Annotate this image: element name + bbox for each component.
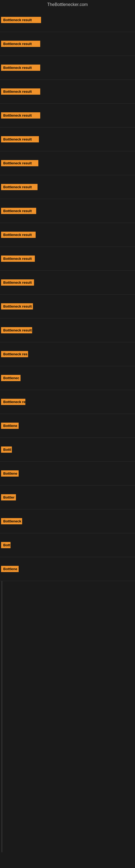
bottleneck-bar-2: Bottleneck result: [1, 41, 40, 47]
bar-row-3: Bottleneck result: [0, 56, 135, 80]
bottleneck-bar-3: Bottleneck result: [1, 65, 40, 71]
page-container: TheBottlenecker.com Bottleneck resultBot…: [0, 0, 135, 868]
bar-row-12: Bottleneck result: [0, 271, 135, 294]
bottleneck-bar-7: Bottleneck result: [1, 160, 38, 166]
bottleneck-bar-15: Bottleneck res: [1, 351, 28, 357]
bottleneck-bar-5: Bottleneck result: [1, 112, 40, 119]
bar-row-7: Bottleneck result: [0, 151, 135, 175]
bottleneck-bar-1: Bottleneck result: [1, 17, 41, 23]
bar-row-13: Bottleneck result: [0, 294, 135, 318]
bottleneck-bar-20: Bottlene: [1, 470, 18, 476]
lower-section: [0, 581, 135, 852]
bar-row-1: Bottleneck result: [0, 8, 135, 32]
site-title: TheBottlenecker.com: [0, 0, 135, 8]
bottleneck-bar-19: Bottl: [1, 446, 12, 453]
bar-row-5: Bottleneck result: [0, 104, 135, 127]
bottleneck-bar-18: Bottlene: [1, 423, 18, 429]
axis-line: [2, 581, 2, 852]
bar-row-4: Bottleneck result: [0, 80, 135, 104]
bottleneck-bar-9: Bottleneck result: [1, 208, 36, 214]
bottleneck-bar-10: Bottleneck result: [1, 231, 36, 238]
bottleneck-bar-24: Bottlene: [1, 566, 18, 572]
bottleneck-bar-4: Bottleneck result: [1, 88, 40, 95]
bar-row-24: Bottlene: [0, 557, 135, 581]
bar-row-6: Bottleneck result: [0, 127, 135, 151]
bar-row-16: Bottlenec: [0, 366, 135, 390]
bar-row-20: Bottlene: [0, 462, 135, 486]
bar-row-17: Bottleneck re: [0, 390, 135, 414]
bar-row-9: Bottleneck result: [0, 199, 135, 223]
bottleneck-bar-16: Bottlenec: [1, 375, 20, 381]
bottleneck-bar-14: Bottleneck result: [1, 327, 32, 333]
bar-row-23: Bott: [0, 533, 135, 557]
bar-row-10: Bottleneck result: [0, 223, 135, 247]
bar-row-8: Bottleneck result: [0, 175, 135, 199]
bottleneck-bar-11: Bottleneck result: [1, 255, 35, 262]
bottleneck-bar-13: Bottleneck result: [1, 303, 33, 310]
bottleneck-bar-22: Bottleneck: [1, 518, 22, 524]
bottleneck-bar-8: Bottleneck result: [1, 184, 38, 190]
bars-container: Bottleneck resultBottleneck resultBottle…: [0, 8, 135, 581]
bar-row-15: Bottleneck res: [0, 342, 135, 366]
bar-row-18: Bottlene: [0, 414, 135, 438]
bottleneck-bar-21: Bottler: [1, 494, 16, 500]
bar-row-21: Bottler: [0, 486, 135, 509]
bar-row-14: Bottleneck result: [0, 318, 135, 342]
bottleneck-bar-23: Bott: [1, 542, 10, 548]
bottleneck-bar-17: Bottleneck re: [1, 399, 26, 405]
bar-row-19: Bottl: [0, 438, 135, 462]
bar-row-2: Bottleneck result: [0, 32, 135, 56]
bar-row-22: Bottleneck: [0, 509, 135, 533]
bar-row-11: Bottleneck result: [0, 247, 135, 271]
bottleneck-bar-12: Bottleneck result: [1, 279, 34, 286]
bottleneck-bar-6: Bottleneck result: [1, 136, 39, 143]
